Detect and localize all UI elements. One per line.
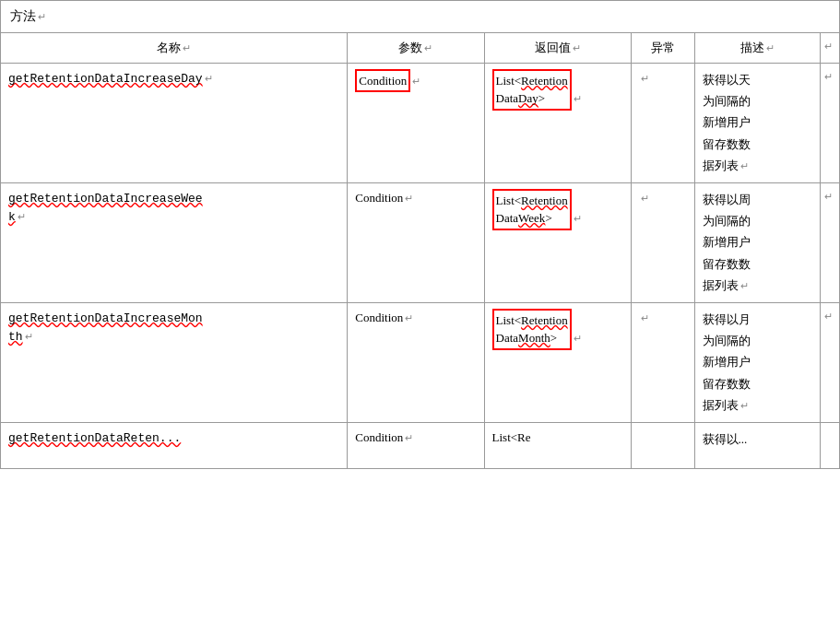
table-row: getRetentionDataIncreaseMonth↵ Condition… bbox=[1, 302, 840, 422]
cell-exception-1: ↵ bbox=[632, 63, 694, 182]
edge-col-1: ↵ bbox=[821, 63, 840, 182]
cell-desc-4: 获得以... bbox=[694, 422, 821, 468]
col-header-param: 参数↵ bbox=[348, 33, 484, 64]
col-header-name: 名称↵ bbox=[1, 33, 348, 64]
param-box-1: Condition bbox=[355, 69, 410, 93]
cell-return-2: List<RetentionDataWeek>↵ bbox=[484, 182, 632, 302]
section-header: 方法 ↵ bbox=[0, 0, 840, 32]
edge-col-2: ↵ bbox=[821, 182, 840, 302]
cell-desc-2: 获得以周为间隔的新增用户留存数数据列表↵ bbox=[694, 182, 821, 302]
cell-exception-2: ↵ bbox=[632, 182, 694, 302]
cell-name-4: getRetentionDataReten... bbox=[1, 422, 348, 468]
method-name-1: getRetentionDataIncreaseDay bbox=[8, 72, 203, 86]
cell-name-3: getRetentionDataIncreaseMonth↵ bbox=[1, 302, 348, 422]
edge-col-header: ↵ bbox=[821, 33, 840, 64]
page-container: 方法 ↵ 名称↵ 参数↵ 返回值↵ 异常 描述↵ bbox=[0, 0, 840, 634]
col-header-desc: 描述↵ bbox=[694, 33, 821, 64]
cell-param-4: Condition↵ bbox=[348, 422, 484, 468]
cell-return-3: List<RetentionDataMonth>↵ bbox=[484, 302, 632, 422]
cell-name-1: getRetentionDataIncreaseDay↵ bbox=[1, 63, 348, 182]
return-box-2: List<RetentionDataWeek> bbox=[492, 189, 572, 230]
edge-col-4 bbox=[821, 422, 840, 468]
cell-return-1: List<RetentionDataDay>↵ bbox=[484, 63, 632, 182]
cell-name-2: getRetentionDataIncreaseWeek↵ bbox=[1, 182, 348, 302]
cell-param-1: Condition↵ bbox=[348, 63, 484, 182]
cell-param-3: Condition↵ bbox=[348, 302, 484, 422]
method-name-4: getRetentionDataReten... bbox=[8, 431, 181, 445]
cell-exception-4 bbox=[632, 422, 694, 468]
edge-col-3: ↵ bbox=[821, 302, 840, 422]
section-title: 方法 bbox=[10, 8, 36, 25]
table-row: getRetentionDataIncreaseDay↵ Condition↵ … bbox=[1, 63, 840, 182]
table-row: getRetentionDataIncreaseWeek↵ Condition↵… bbox=[1, 182, 840, 302]
table-header-row: 名称↵ 参数↵ 返回值↵ 异常 描述↵ ↵ bbox=[1, 33, 840, 64]
pilcrow-header: ↵ bbox=[38, 11, 46, 23]
table-row-partial: getRetentionDataReten... Condition↵ List… bbox=[1, 422, 840, 468]
return-box-3: List<RetentionDataMonth> bbox=[492, 309, 572, 350]
return-box-1: List<RetentionDataDay> bbox=[492, 69, 572, 111]
cell-desc-3: 获得以月为间隔的新增用户留存数数据列表↵ bbox=[694, 302, 821, 422]
methods-table: 名称↵ 参数↵ 返回值↵ 异常 描述↵ ↵ bbox=[0, 32, 840, 469]
method-name-2: getRetentionDataIncreaseWeek bbox=[8, 192, 203, 225]
col-header-exception: 异常 bbox=[632, 33, 694, 64]
cell-desc-1: 获得以天为间隔的新增用户留存数数据列表↵ bbox=[694, 63, 821, 182]
col-header-return: 返回值↵ bbox=[484, 33, 632, 64]
cell-param-2: Condition↵ bbox=[348, 182, 484, 302]
method-name-3: getRetentionDataIncreaseMonth bbox=[8, 311, 203, 345]
cell-exception-3: ↵ bbox=[632, 302, 694, 422]
cell-return-4: List<Re bbox=[484, 422, 632, 468]
